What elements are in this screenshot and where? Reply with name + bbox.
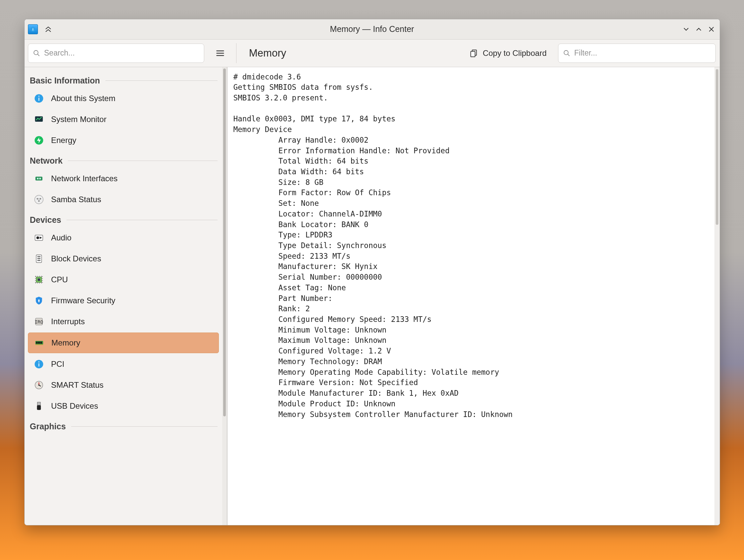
pci-icon bbox=[34, 359, 44, 369]
copy-to-clipboard-button[interactable]: Copy to Clipboard bbox=[463, 44, 552, 63]
energy-icon bbox=[34, 135, 44, 145]
svg-rect-52 bbox=[38, 301, 39, 302]
svg-rect-19 bbox=[35, 177, 42, 181]
sidebar-item-smart[interactable]: SMART Status bbox=[28, 375, 219, 395]
scrollbar-thumb[interactable] bbox=[716, 69, 718, 225]
svg-point-27 bbox=[36, 236, 39, 239]
toolbar-divider bbox=[236, 43, 236, 63]
toolbar: Memory Copy to Clipboard bbox=[25, 40, 720, 67]
svg-rect-67 bbox=[37, 405, 41, 410]
svg-point-4 bbox=[34, 50, 38, 54]
svg-rect-57 bbox=[38, 341, 39, 343]
section-header: Devices bbox=[25, 211, 222, 227]
close-button[interactable] bbox=[706, 24, 717, 35]
svg-rect-60 bbox=[35, 344, 43, 345]
sidebar-item-label: SMART Status bbox=[51, 380, 104, 390]
info-icon bbox=[34, 94, 44, 103]
sidebar-item-memory[interactable]: Memory bbox=[28, 333, 219, 353]
search-icon bbox=[563, 49, 570, 57]
sidebar-item-energy[interactable]: Energy bbox=[28, 130, 219, 150]
svg-point-11 bbox=[564, 50, 568, 54]
section-header: Graphics bbox=[25, 417, 222, 433]
keep-above-button[interactable] bbox=[43, 24, 54, 35]
sidebar-item-samba[interactable]: Samba Status bbox=[28, 190, 219, 210]
svg-rect-63 bbox=[38, 361, 39, 362]
audio-icon bbox=[34, 233, 44, 243]
maximize-button[interactable] bbox=[693, 24, 704, 35]
sidebar-scrollbar[interactable] bbox=[222, 67, 227, 525]
svg-rect-10 bbox=[471, 51, 475, 57]
section-divider bbox=[67, 220, 217, 220]
clipboard-icon bbox=[469, 49, 478, 58]
section-title: Basic Information bbox=[30, 76, 100, 85]
svg-rect-14 bbox=[38, 98, 39, 101]
svg-rect-59 bbox=[41, 341, 42, 343]
search-field[interactable] bbox=[44, 48, 199, 58]
svg-rect-34 bbox=[38, 278, 40, 281]
sidebar-item-irq[interactable]: IRQInterrupts bbox=[28, 311, 219, 332]
svg-text:IRQ: IRQ bbox=[35, 319, 43, 324]
svg-rect-21 bbox=[39, 178, 41, 179]
titlebar: i Memory — Info Center bbox=[25, 19, 720, 40]
window-title: Memory — Info Center bbox=[25, 19, 720, 39]
svg-rect-58 bbox=[39, 341, 41, 343]
sidebar-item-label: System Monitor bbox=[51, 115, 107, 124]
svg-point-22 bbox=[35, 195, 43, 204]
svg-text:i: i bbox=[32, 27, 33, 31]
sidebar-item-label: Energy bbox=[51, 136, 76, 145]
svg-rect-15 bbox=[38, 96, 39, 97]
search-input[interactable] bbox=[28, 44, 204, 63]
section-header: Network bbox=[25, 151, 222, 167]
sidebar-item-sysmon[interactable]: System Monitor bbox=[28, 109, 219, 129]
sidebar-item-usb[interactable]: USB Devices bbox=[28, 396, 219, 416]
svg-rect-20 bbox=[37, 178, 39, 179]
sidebar-item-label: Audio bbox=[51, 233, 72, 242]
search-icon bbox=[33, 49, 40, 57]
svg-point-65 bbox=[38, 384, 39, 385]
sidebar: Basic InformationAbout this SystemSystem… bbox=[25, 67, 227, 525]
filter-field[interactable] bbox=[574, 48, 711, 58]
monitor-icon bbox=[34, 114, 44, 124]
sidebar-item-block[interactable]: Block Devices bbox=[28, 249, 219, 269]
svg-rect-31 bbox=[37, 258, 40, 259]
shield-icon bbox=[34, 296, 44, 306]
section-divider bbox=[71, 426, 218, 427]
interrupts-icon: IRQ bbox=[34, 316, 44, 327]
sidebar-item-label: Samba Status bbox=[51, 195, 102, 204]
nic-icon bbox=[34, 174, 44, 184]
minimize-button[interactable] bbox=[680, 24, 692, 35]
cpu-icon bbox=[34, 275, 44, 285]
filter-input[interactable] bbox=[558, 44, 716, 63]
sidebar-item-fwsec[interactable]: Firmware Security bbox=[28, 291, 219, 310]
page-title: Memory bbox=[245, 47, 286, 59]
copy-label: Copy to Clipboard bbox=[483, 48, 547, 58]
section-title: Graphics bbox=[30, 422, 66, 431]
scrollbar-thumb[interactable] bbox=[223, 69, 226, 417]
section-divider bbox=[68, 161, 217, 161]
hamburger-button[interactable] bbox=[212, 45, 228, 61]
svg-rect-62 bbox=[38, 363, 39, 366]
smart-icon bbox=[34, 380, 44, 390]
sidebar-item-label: About this System bbox=[51, 94, 115, 103]
sidebar-item-net[interactable]: Network Interfaces bbox=[28, 169, 219, 189]
sidebar-item-about[interactable]: About this System bbox=[28, 88, 219, 108]
section-title: Network bbox=[30, 156, 63, 165]
svg-rect-56 bbox=[36, 341, 37, 343]
content-scrollbar[interactable] bbox=[714, 67, 720, 525]
sidebar-item-label: Network Interfaces bbox=[51, 174, 118, 183]
usb-icon bbox=[34, 401, 44, 411]
sidebar-item-cpu[interactable]: CPU bbox=[28, 270, 219, 290]
sidebar-item-pci[interactable]: PCI bbox=[28, 354, 219, 374]
section-header: Basic Information bbox=[25, 71, 222, 87]
dmidecode-output[interactable]: # dmidecode 3.6 Getting SMBIOS data from… bbox=[227, 67, 714, 525]
memory-icon bbox=[34, 338, 44, 348]
sidebar-item-label: Block Devices bbox=[51, 254, 102, 263]
body: Basic InformationAbout this SystemSystem… bbox=[25, 67, 720, 525]
sidebar-item-label: CPU bbox=[51, 275, 68, 284]
samba-icon bbox=[34, 194, 44, 204]
svg-rect-30 bbox=[37, 256, 40, 257]
content-panel: # dmidecode 3.6 Getting SMBIOS data from… bbox=[227, 67, 720, 525]
sidebar-item-label: Memory bbox=[51, 338, 80, 347]
sidebar-item-label: Firmware Security bbox=[51, 296, 115, 305]
sidebar-item-audio[interactable]: Audio bbox=[28, 228, 219, 248]
